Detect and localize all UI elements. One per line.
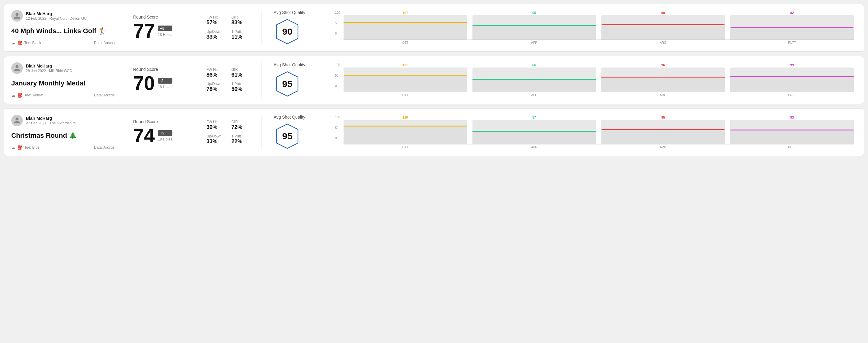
- score-badge: +5: [158, 26, 172, 31]
- x-label: APP: [472, 146, 596, 149]
- bar-wrapper: [730, 120, 854, 144]
- hexagon-container: 95: [274, 123, 301, 150]
- quality-section: Avg Shot Quality 90: [268, 10, 328, 45]
- stat-fw-hit-value: 86%: [207, 72, 224, 78]
- stat-updown-label: Up/Down: [207, 82, 224, 86]
- bar-fill: [730, 76, 854, 92]
- data-source: Data: Arccos: [94, 145, 115, 150]
- bars-row: [344, 120, 854, 145]
- bar-top-value: 95: [601, 116, 725, 119]
- holes-text: 18 Holes: [158, 33, 172, 37]
- stat-fw-hit-label: FW Hit: [207, 120, 224, 124]
- score-details: -218 Holes: [158, 78, 172, 89]
- stat-oneputt: 1 Putt56%: [231, 82, 249, 92]
- bar-top-value: 96: [601, 63, 725, 67]
- stat-updown: Up/Down33%: [207, 134, 224, 145]
- card-left-section: Blair McHarg29 Jan 2022 · Mill Ride GCCJ…: [11, 62, 115, 98]
- bar-fill: [601, 24, 725, 39]
- bottom-info: ☁ 🎒 Tee: Yellow Data: Arccos: [11, 93, 115, 98]
- round-card: Blair McHarg27 Dec 2021 · The Oxfordshir…: [4, 108, 864, 156]
- tee-label: Tee: Yellow: [24, 93, 42, 97]
- bar-wrapper: [601, 120, 725, 144]
- card-left-section: Blair McHarg27 Dec 2021 · The Oxfordshir…: [11, 115, 115, 150]
- y-label: 100: [335, 11, 340, 14]
- quality-section: Avg Shot Quality 95: [268, 62, 328, 98]
- hexagon-container: 90: [274, 18, 301, 45]
- y-label: 100: [335, 63, 340, 67]
- hexagon-container: 95: [274, 70, 301, 98]
- bottom-info: ☁ 🎒 Tee: Blue Data: Arccos: [11, 145, 115, 150]
- tee-info: ☁ 🎒 Tee: Yellow: [11, 93, 42, 98]
- bar-top-value: 110: [344, 116, 467, 119]
- bar-wrapper: [472, 15, 596, 39]
- user-text: Blair McHarg27 Dec 2021 · The Oxfordshir…: [26, 116, 76, 125]
- y-label: 50: [335, 74, 340, 77]
- stats-section: FW Hit36%GIR72%Up/Down33%1 Putt22%: [200, 115, 255, 150]
- tee-info: ☁ 🎒 Tee: Blue: [11, 145, 39, 150]
- chart-area: 110879593100500OTTAPPARGPUTT: [344, 116, 854, 149]
- x-label: ARG: [601, 93, 725, 97]
- chart-area: 107959882100500OTTAPPARGPUTT: [344, 11, 854, 44]
- bar-fill: [344, 22, 467, 39]
- quality-score: 95: [282, 131, 292, 142]
- bar-wrapper: [472, 67, 596, 92]
- divider: [121, 62, 121, 98]
- bar-wrapper: [730, 67, 854, 92]
- hexagon: 95: [274, 70, 301, 98]
- data-source: Data: Arccos: [94, 41, 115, 45]
- round-title: Christmas Round 🎄: [11, 132, 115, 139]
- user-date: 27 Dec 2021 · The Oxfordshire: [26, 121, 76, 125]
- stat-fw-hit-label: FW Hit: [207, 15, 224, 20]
- y-axis-labels: 100500: [335, 63, 340, 88]
- bar-color-line: [730, 129, 854, 130]
- bar-color-line: [472, 79, 596, 80]
- stat-fw-hit: FW Hit57%: [207, 15, 224, 26]
- score-badge: -2: [158, 78, 172, 84]
- stat-gir-label: GIR: [231, 15, 249, 20]
- stat-gir: GIR61%: [231, 67, 249, 78]
- divider: [261, 10, 261, 45]
- score-badge: +2: [158, 130, 172, 136]
- divider: [121, 115, 121, 150]
- stat-fw-hit: FW Hit86%: [207, 67, 224, 78]
- data-source: Data: Arccos: [94, 93, 115, 97]
- bars-row: [344, 15, 854, 40]
- bar-top-value: 93: [730, 116, 854, 119]
- tee-label: Tee: Black: [24, 41, 41, 45]
- stat-gir: GIR83%: [231, 15, 249, 26]
- bar-wrapper: [344, 15, 467, 39]
- user-name: Blair McHarg: [26, 116, 76, 121]
- quality-label: Avg Shot Quality: [274, 62, 305, 67]
- bar-color-line: [730, 27, 854, 28]
- stat-fw-hit-label: FW Hit: [207, 67, 224, 72]
- avatar: [11, 115, 23, 126]
- weather-icon: ☁: [11, 145, 16, 150]
- divider: [261, 62, 261, 98]
- stats-grid: FW Hit36%GIR72%Up/Down33%1 Putt22%: [207, 120, 249, 145]
- user-info: Blair McHarg29 Jan 2022 · Mill Ride GCC: [11, 62, 115, 74]
- bottom-info: ☁ 🎒 Tee: Black Data: Arccos: [11, 40, 115, 45]
- stat-updown-value: 33%: [207, 34, 224, 40]
- avatar: [11, 10, 23, 22]
- chart-section: 101869699100500OTTAPPARGPUTT: [328, 62, 857, 98]
- bar-color-line: [472, 25, 596, 26]
- score-section: Round Score74+218 Holes: [127, 115, 188, 150]
- weather-icon: ☁: [11, 93, 16, 98]
- x-label: OTT: [344, 146, 467, 149]
- chart-area: 101869699100500OTTAPPARGPUTT: [344, 63, 854, 97]
- x-label: APP: [472, 41, 596, 44]
- chart-section: 107959882100500OTTAPPARGPUTT: [328, 10, 857, 45]
- round-title: January Monthly Medal: [11, 80, 115, 87]
- stats-section: FW Hit86%GIR61%Up/Down78%1 Putt56%: [200, 62, 255, 98]
- bar-top-value: 101: [344, 63, 467, 67]
- tee-info: ☁ 🎒 Tee: Black: [11, 40, 41, 45]
- stat-gir-label: GIR: [231, 67, 249, 72]
- y-axis-labels: 100500: [335, 116, 340, 140]
- weather-icon: ☁: [11, 40, 16, 45]
- quality-score: 90: [282, 27, 292, 37]
- score-details: +518 Holes: [158, 26, 172, 37]
- bar-fill: [730, 27, 854, 39]
- score-section: Round Score70-218 Holes: [127, 62, 188, 98]
- x-axis-labels: OTTAPPARGPUTT: [344, 146, 854, 149]
- chart-top-values: 101869699: [344, 63, 854, 67]
